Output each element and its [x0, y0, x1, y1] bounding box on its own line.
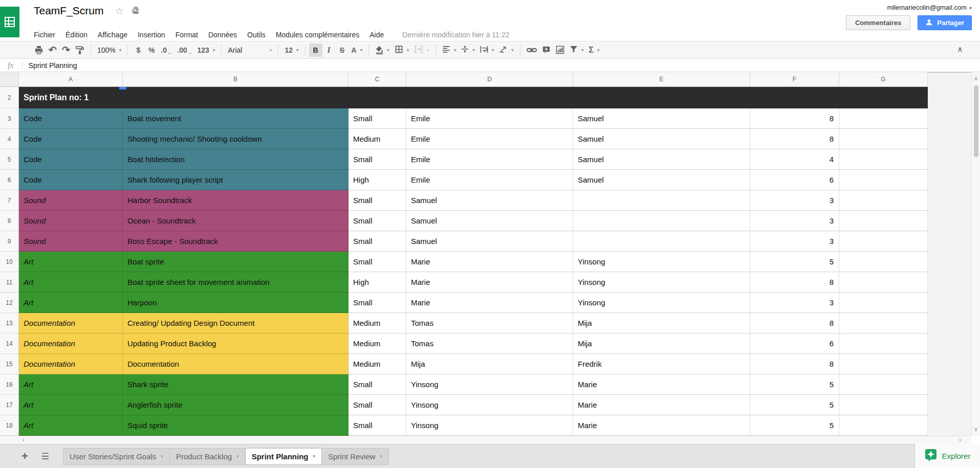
filter-button[interactable]: ▾ — [567, 43, 586, 57]
cell-owner[interactable]: Marie — [406, 252, 573, 272]
horizontal-scrollbar[interactable]: ‹ › — [0, 436, 971, 444]
cell-owner[interactable]: Mija — [406, 354, 573, 374]
cell-size[interactable]: Small — [349, 415, 406, 436]
cell-size[interactable]: Medium — [349, 354, 406, 374]
menu-donnees[interactable]: Données — [203, 29, 242, 41]
italic-button[interactable]: I — [322, 43, 336, 57]
column-header-g[interactable]: G — [839, 72, 928, 87]
insert-link-button[interactable] — [524, 43, 539, 57]
cell-size[interactable]: Small — [349, 374, 406, 395]
row-number[interactable]: 4 — [0, 129, 19, 149]
cell-task[interactable]: Boat hitdetection — [123, 149, 349, 170]
merge-cells-button[interactable]: ▾ — [411, 43, 432, 57]
cell-empty[interactable] — [839, 415, 928, 436]
cell-category[interactable]: Art — [19, 415, 123, 436]
row-number[interactable]: 8 — [0, 211, 19, 231]
explore-button[interactable]: Explorer — [914, 444, 980, 468]
cell-owner[interactable]: Marie — [406, 293, 573, 313]
strikethrough-button[interactable]: S — [336, 43, 349, 57]
format-percent-button[interactable]: % — [145, 43, 158, 57]
cell-task[interactable]: Shark following player script — [123, 170, 349, 190]
text-wrap-button[interactable]: ▾ — [477, 43, 497, 57]
cell-task[interactable]: Shooting mechanic/ Shooting cooldown — [123, 129, 349, 149]
cell-empty[interactable] — [839, 395, 928, 415]
cell-owner[interactable]: Samuel — [406, 211, 573, 231]
cell-owner[interactable]: Tomas — [406, 333, 573, 354]
column-header-b[interactable]: B — [123, 72, 349, 87]
cell-owner[interactable]: Tomas — [406, 313, 573, 333]
column-header-d[interactable]: D — [406, 72, 573, 87]
cell-empty[interactable] — [839, 211, 928, 231]
all-sheets-icon[interactable]: ☰ — [41, 451, 49, 462]
cell-task[interactable]: Boat sprite — [123, 252, 349, 272]
cell-task[interactable]: Ocean - Soundtrack — [123, 211, 349, 231]
cell-category[interactable]: Code — [19, 149, 123, 170]
cell-reviewer[interactable]: Marie — [573, 374, 750, 395]
cell-points[interactable]: 4 — [750, 149, 839, 170]
sprint-plan-title-cell[interactable]: Sprint Plan no: 1 — [19, 87, 928, 108]
cell-category[interactable]: Sound — [19, 231, 123, 252]
add-sheet-button[interactable]: + — [21, 450, 28, 463]
cell-reviewer[interactable]: Yinsong — [573, 293, 750, 313]
cell-task[interactable]: Anglerfish sprite — [123, 395, 349, 415]
cell-reviewer[interactable]: Samuel — [573, 108, 750, 129]
fill-color-button[interactable]: ▾ — [373, 43, 392, 57]
borders-button[interactable]: ▾ — [392, 43, 412, 57]
cell-owner[interactable]: Emile — [406, 170, 573, 190]
cell-category[interactable]: Code — [19, 170, 123, 190]
row-number[interactable]: 11 — [0, 272, 19, 293]
cell-size[interactable]: Medium — [349, 129, 406, 149]
cell-points[interactable]: 6 — [750, 333, 839, 354]
text-rotation-button[interactable]: ▾ — [496, 43, 516, 57]
drive-move-icon[interactable] — [131, 6, 140, 17]
cell-category[interactable]: Documentation — [19, 333, 123, 354]
cell-category[interactable]: Documentation — [19, 354, 123, 374]
cell-task[interactable]: Harpoon — [123, 293, 349, 313]
font-family-select[interactable]: Arial▾ — [225, 43, 274, 57]
cell-size[interactable]: Small — [349, 190, 406, 211]
cell-reviewer[interactable]: Marie — [573, 415, 750, 436]
cell-task[interactable]: Boat sprite sheet for movement animation — [123, 272, 349, 293]
cell-owner[interactable]: Yinsong — [406, 415, 573, 436]
row-number[interactable]: 12 — [0, 293, 19, 313]
insert-comment-button[interactable] — [539, 43, 553, 57]
cell-owner[interactable]: Emile — [406, 129, 573, 149]
cell-size[interactable]: Small — [349, 231, 406, 252]
select-all-corner[interactable] — [0, 72, 19, 87]
format-currency-button[interactable]: $ — [132, 43, 145, 57]
cell-empty[interactable] — [839, 190, 928, 211]
sheet-tab-sprint-review[interactable]: Sprint Review▾ — [322, 448, 389, 465]
cell-points[interactable]: 8 — [750, 272, 839, 293]
share-button[interactable]: Partager — [918, 15, 972, 30]
cell-reviewer[interactable] — [573, 211, 750, 231]
sheet-tab-product-backlog[interactable]: Product Backlog▾ — [170, 448, 246, 465]
row-number[interactable]: 7 — [0, 190, 19, 211]
cell-reviewer[interactable]: Samuel — [573, 149, 750, 170]
cell-size[interactable]: Medium — [349, 313, 406, 333]
column-header-e[interactable]: E — [573, 72, 750, 87]
cell-owner[interactable]: Yinsong — [406, 395, 573, 415]
column-header-f[interactable]: F — [750, 72, 839, 87]
cell-empty[interactable] — [839, 374, 928, 395]
bold-button[interactable]: B — [309, 43, 322, 57]
menu-outils[interactable]: Outils — [242, 29, 271, 41]
cell-reviewer[interactable]: Mija — [573, 313, 750, 333]
row-number[interactable]: 17 — [0, 395, 19, 415]
cell-task[interactable]: Documentation — [123, 354, 349, 374]
sheets-logo-icon[interactable] — [0, 7, 19, 37]
cell-owner[interactable]: Emile — [406, 149, 573, 170]
cell-points[interactable]: 3 — [750, 293, 839, 313]
menu-insertion[interactable]: Insertion — [133, 29, 170, 41]
row-number[interactable]: 2 — [0, 87, 19, 108]
cell-empty[interactable] — [839, 108, 928, 129]
cell-points[interactable]: 5 — [750, 252, 839, 272]
cell-owner[interactable]: Emile — [406, 108, 573, 129]
cell-empty[interactable] — [839, 252, 928, 272]
print-button[interactable] — [32, 43, 46, 57]
cell-empty[interactable] — [839, 333, 928, 354]
vertical-scrollbar[interactable]: ∧ ∨ — [971, 72, 980, 436]
cell-size[interactable]: Small — [349, 149, 406, 170]
undo-button[interactable]: ↶ — [46, 43, 59, 57]
column-header-a[interactable]: A — [19, 72, 123, 87]
horizontal-align-button[interactable]: ▾ — [440, 43, 459, 57]
